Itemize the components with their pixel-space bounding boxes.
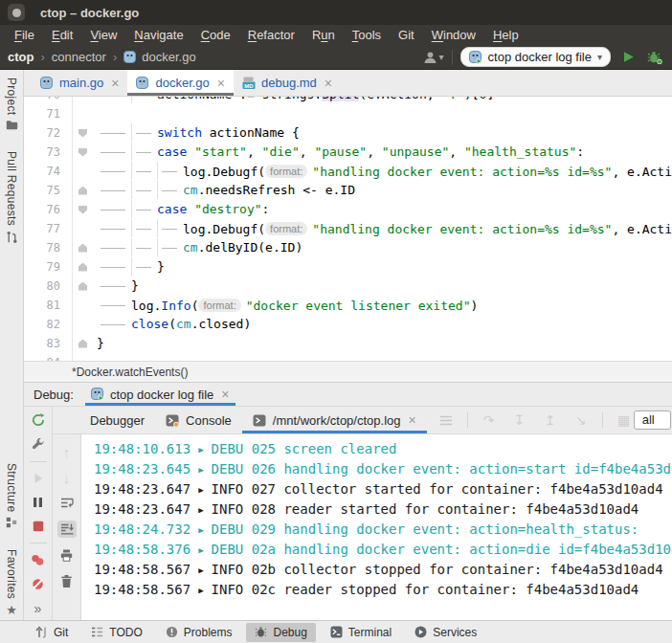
editor-tab-main-go[interactable]: main.go× bbox=[32, 70, 127, 96]
sidebar-item-structure[interactable]: Structure bbox=[5, 463, 18, 528]
close-icon[interactable]: × bbox=[325, 77, 332, 90]
menu-item-file[interactable]: File bbox=[6, 28, 43, 42]
close-icon[interactable]: × bbox=[111, 77, 119, 90]
person-icon bbox=[423, 51, 437, 64]
fold-collapse-icon[interactable] bbox=[78, 129, 87, 138]
statusbar-item-problems[interactable]: Problems bbox=[157, 623, 241, 642]
fold-gutter bbox=[72, 162, 93, 181]
console-tab--mnt-work-ctop-ctop-log[interactable]: /mnt/work/ctop/ctop.log× bbox=[242, 407, 427, 433]
console-tab-console[interactable]: Console bbox=[155, 407, 242, 433]
sidebar-item-pull-requests[interactable]: Pull Requests bbox=[5, 151, 18, 243]
sidebar-item-project[interactable]: Project bbox=[5, 78, 18, 130]
line-number: 80 bbox=[24, 277, 64, 296]
code-token: , e.Action, e.ID) bbox=[612, 222, 672, 236]
tab-whitespace bbox=[157, 219, 183, 237]
log-level-filter-select[interactable]: all bbox=[634, 410, 671, 430]
code-line: 80} bbox=[24, 277, 672, 296]
console-side-toolbar: ↑↓ bbox=[53, 434, 81, 620]
settings-wrench-button[interactable] bbox=[29, 437, 48, 452]
menu-item-edit[interactable]: Edit bbox=[43, 28, 81, 42]
step-over-button[interactable]: ↷ bbox=[480, 411, 499, 429]
breadcrumb-file[interactable]: docker.go bbox=[142, 50, 195, 64]
statusbar-item-services[interactable]: Services bbox=[406, 623, 485, 642]
run-button[interactable] bbox=[618, 49, 638, 66]
menu-item-code[interactable]: Code bbox=[192, 28, 239, 42]
rerun-button[interactable] bbox=[29, 413, 48, 428]
code-token: ( bbox=[168, 317, 176, 331]
step-into-button[interactable]: ↧ bbox=[510, 411, 529, 429]
code-token: (e.Action, bbox=[359, 97, 441, 101]
menu-item-tools[interactable]: Tools bbox=[344, 28, 390, 42]
statusbar-item-terminal[interactable]: Terminal bbox=[322, 623, 400, 642]
log-arrow-icon: ▶ bbox=[198, 565, 203, 575]
fold-end-icon[interactable] bbox=[78, 340, 87, 348]
fold-collapse-icon[interactable] bbox=[78, 148, 87, 157]
git-branch-icon bbox=[35, 626, 48, 638]
console-tab-debugger[interactable]: Debugger bbox=[79, 407, 155, 433]
code-line: 76case "destroy": bbox=[24, 200, 672, 219]
fold-end-icon[interactable] bbox=[78, 263, 87, 272]
menu-item-git[interactable]: Git bbox=[390, 28, 423, 42]
window-button[interactable] bbox=[8, 4, 25, 21]
up-stack-button[interactable]: ↑ bbox=[57, 443, 77, 460]
debug-button[interactable] bbox=[645, 49, 664, 66]
layout-hamburger-button[interactable] bbox=[437, 411, 456, 429]
log-message: DEBU 029 handling docker event: action=h… bbox=[212, 521, 639, 537]
close-icon[interactable]: × bbox=[408, 413, 415, 427]
menu-item-view[interactable]: View bbox=[81, 28, 125, 42]
menu-item-window[interactable]: Window bbox=[423, 28, 484, 42]
fold-collapse-icon[interactable] bbox=[78, 206, 87, 214]
menu-item-navigate[interactable]: Navigate bbox=[125, 28, 191, 42]
editor-tab-debug-md[interactable]: MDdebug.md× bbox=[234, 70, 341, 96]
parameter-hint: format: bbox=[198, 299, 240, 312]
log-message: DEBU 026 handling docker event: action=s… bbox=[212, 461, 672, 477]
menu-item-run[interactable]: Run bbox=[303, 28, 344, 42]
sidebar-item-label: Favorites bbox=[5, 549, 18, 599]
stop-button[interactable] bbox=[29, 520, 48, 534]
run-configuration-select[interactable]: ctop docker log file ▾ bbox=[460, 47, 611, 67]
soft-wrap-button[interactable] bbox=[57, 495, 77, 512]
code-line: 84 bbox=[24, 353, 672, 361]
log-timestamp: 19:48:58.376 bbox=[94, 542, 190, 557]
log-output[interactable]: 19:48:10.613▶DEBU 025 screen cleared19:4… bbox=[81, 434, 672, 620]
evaluate-expression-button[interactable]: ▦ bbox=[615, 411, 634, 429]
fold-end-icon[interactable] bbox=[78, 244, 87, 253]
code-token: } bbox=[157, 259, 165, 274]
sidebar-item-favorites[interactable]: Favorites★ bbox=[5, 549, 18, 616]
more-chevrons-button[interactable]: » bbox=[29, 601, 48, 615]
log-arrow-icon: ▶ bbox=[198, 445, 203, 455]
editor-tab-label: main.go bbox=[59, 76, 103, 90]
menu-item-help[interactable]: Help bbox=[484, 28, 527, 42]
toolbar-separator bbox=[452, 50, 453, 65]
debug-session-tab[interactable]: ctop docker log file × bbox=[85, 383, 235, 406]
status-bar: GitTODOProblemsDebugTerminalServices bbox=[0, 620, 672, 643]
step-out-button[interactable]: ↥ bbox=[541, 411, 560, 429]
resume-button[interactable] bbox=[29, 472, 48, 486]
close-icon[interactable]: × bbox=[217, 77, 225, 90]
code-token: cm bbox=[183, 183, 198, 197]
code-token: "handling docker event: action=%s id=%s" bbox=[312, 222, 612, 236]
code-editor[interactable]: 70actionName := strings.Split(e.Action, … bbox=[24, 97, 672, 361]
fold-end-icon[interactable] bbox=[78, 187, 87, 195]
view-breakpoints-button[interactable] bbox=[29, 553, 48, 567]
user-account-button[interactable]: ▾ bbox=[423, 51, 444, 64]
pause-button[interactable] bbox=[29, 496, 48, 510]
run-to-cursor-button[interactable]: ↘ bbox=[571, 411, 591, 429]
print-button[interactable] bbox=[57, 546, 77, 564]
statusbar-item-git[interactable]: Git bbox=[27, 623, 77, 642]
close-icon[interactable]: × bbox=[221, 388, 229, 401]
debug-session-label: ctop docker log file bbox=[110, 388, 213, 402]
scroll-to-end-button[interactable] bbox=[57, 521, 77, 538]
down-stack-button[interactable]: ↓ bbox=[57, 469, 77, 486]
fold-end-icon[interactable] bbox=[78, 282, 87, 291]
log-line: 19:48:23.647▶INFO 028 reader started for… bbox=[94, 499, 672, 520]
mute-breakpoints-button[interactable] bbox=[29, 577, 48, 591]
breadcrumb-package[interactable]: connector bbox=[52, 50, 106, 64]
clear-all-button[interactable] bbox=[57, 572, 77, 589]
breadcrumb-project[interactable]: ctop bbox=[8, 50, 34, 64]
statusbar-item-todo[interactable]: TODO bbox=[82, 623, 150, 642]
menu-item-refactor[interactable]: Refactor bbox=[239, 28, 303, 42]
statusbar-item-debug[interactable]: Debug bbox=[246, 623, 315, 642]
editor-tab-docker-go[interactable]: docker.go× bbox=[127, 70, 234, 96]
current-method-breadcrumb[interactable]: *Docker.watchEvents() bbox=[72, 366, 188, 379]
